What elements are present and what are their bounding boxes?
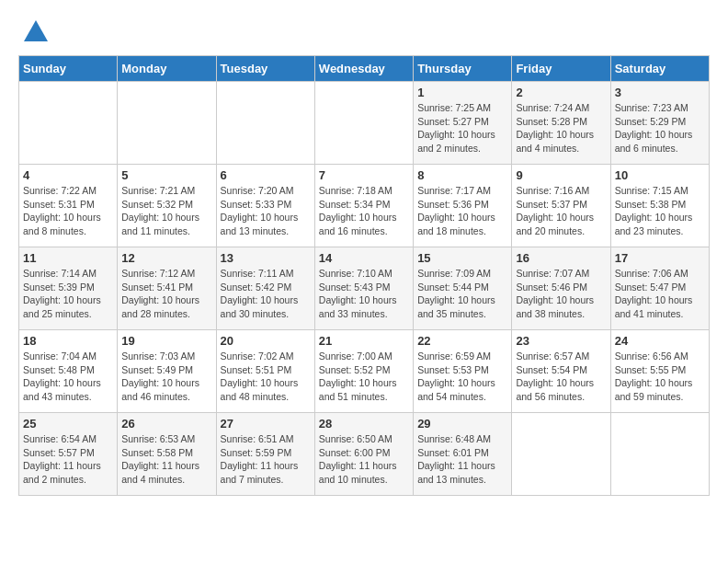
day-info: Sunrise: 7:18 AM Sunset: 5:34 PM Dayligh… (319, 184, 409, 238)
day-number: 12 (121, 251, 211, 265)
calendar-cell: 28Sunrise: 6:50 AM Sunset: 6:00 PM Dayli… (314, 413, 413, 496)
calendar-table: SundayMondayTuesdayWednesdayThursdayFrid… (18, 55, 710, 496)
day-info: Sunrise: 7:02 AM Sunset: 5:51 PM Dayligh… (221, 350, 311, 404)
day-info: Sunrise: 7:16 AM Sunset: 5:37 PM Dayligh… (516, 184, 606, 238)
weekday-header-tuesday: Tuesday (216, 56, 314, 82)
day-info: Sunrise: 7:10 AM Sunset: 5:43 PM Dayligh… (319, 267, 409, 321)
day-info: Sunrise: 6:53 AM Sunset: 5:58 PM Dayligh… (121, 432, 211, 487)
day-number: 29 (417, 417, 507, 431)
weekday-header-friday: Friday (512, 56, 610, 82)
day-number: 28 (319, 417, 409, 431)
calendar-cell: 8Sunrise: 7:17 AM Sunset: 5:36 PM Daylig… (414, 165, 512, 247)
day-info: Sunrise: 7:03 AM Sunset: 5:49 PM Dayligh… (121, 350, 211, 404)
calendar-cell: 6Sunrise: 7:20 AM Sunset: 5:33 PM Daylig… (216, 165, 314, 247)
day-number: 16 (516, 251, 606, 265)
calendar-cell: 3Sunrise: 7:23 AM Sunset: 5:29 PM Daylig… (610, 82, 709, 165)
day-number: 7 (319, 168, 409, 182)
day-number: 5 (121, 168, 211, 182)
day-number: 20 (221, 334, 311, 348)
calendar-week-row: 18Sunrise: 7:04 AM Sunset: 5:48 PM Dayli… (19, 330, 710, 413)
day-number: 17 (615, 251, 705, 265)
calendar-week-row: 25Sunrise: 6:54 AM Sunset: 5:57 PM Dayli… (19, 413, 710, 496)
calendar-week-row: 4Sunrise: 7:22 AM Sunset: 5:31 PM Daylig… (19, 165, 710, 247)
day-info: Sunrise: 6:48 AM Sunset: 6:01 PM Dayligh… (417, 432, 507, 487)
weekday-header-saturday: Saturday (610, 56, 709, 82)
day-info: Sunrise: 7:15 AM Sunset: 5:38 PM Dayligh… (615, 184, 705, 238)
calendar-cell: 29Sunrise: 6:48 AM Sunset: 6:01 PM Dayli… (414, 413, 512, 496)
day-info: Sunrise: 7:22 AM Sunset: 5:31 PM Dayligh… (23, 184, 113, 238)
day-number: 23 (516, 334, 606, 348)
calendar-cell (610, 413, 709, 496)
day-info: Sunrise: 7:07 AM Sunset: 5:46 PM Dayligh… (516, 267, 606, 321)
calendar-cell: 10Sunrise: 7:15 AM Sunset: 5:38 PM Dayli… (610, 165, 709, 247)
day-info: Sunrise: 6:51 AM Sunset: 5:59 PM Dayligh… (221, 432, 311, 487)
day-info: Sunrise: 7:11 AM Sunset: 5:42 PM Dayligh… (221, 267, 311, 321)
day-number: 3 (615, 86, 705, 99)
day-number: 21 (319, 334, 409, 348)
weekday-header-sunday: Sunday (19, 56, 118, 82)
calendar-cell: 7Sunrise: 7:18 AM Sunset: 5:34 PM Daylig… (314, 165, 413, 247)
day-info: Sunrise: 7:21 AM Sunset: 5:32 PM Dayligh… (121, 184, 211, 238)
calendar-cell: 22Sunrise: 6:59 AM Sunset: 5:53 PM Dayli… (414, 330, 512, 413)
calendar-cell: 4Sunrise: 7:22 AM Sunset: 5:31 PM Daylig… (19, 165, 118, 247)
calendar-cell: 12Sunrise: 7:12 AM Sunset: 5:41 PM Dayli… (118, 247, 216, 330)
weekday-header-thursday: Thursday (414, 56, 512, 82)
day-number: 26 (121, 417, 211, 431)
day-info: Sunrise: 7:25 AM Sunset: 5:27 PM Dayligh… (417, 101, 507, 155)
day-number: 24 (615, 334, 705, 348)
day-number: 22 (417, 334, 507, 348)
calendar-cell: 5Sunrise: 7:21 AM Sunset: 5:32 PM Daylig… (118, 165, 216, 247)
calendar-cell: 24Sunrise: 6:56 AM Sunset: 5:55 PM Dayli… (610, 330, 709, 413)
weekday-header-wednesday: Wednesday (314, 56, 413, 82)
day-info: Sunrise: 6:50 AM Sunset: 6:00 PM Dayligh… (319, 432, 409, 487)
day-number: 1 (417, 86, 507, 99)
day-info: Sunrise: 6:59 AM Sunset: 5:53 PM Dayligh… (417, 350, 507, 404)
calendar-cell: 16Sunrise: 7:07 AM Sunset: 5:46 PM Dayli… (512, 247, 610, 330)
day-number: 11 (23, 251, 113, 265)
day-number: 2 (516, 86, 606, 99)
day-number: 27 (221, 417, 311, 431)
calendar-cell: 19Sunrise: 7:03 AM Sunset: 5:49 PM Dayli… (118, 330, 216, 413)
day-info: Sunrise: 6:56 AM Sunset: 5:55 PM Dayligh… (615, 350, 705, 404)
calendar-cell (512, 413, 610, 496)
day-info: Sunrise: 7:06 AM Sunset: 5:47 PM Dayligh… (615, 267, 705, 321)
day-info: Sunrise: 7:20 AM Sunset: 5:33 PM Dayligh… (221, 184, 311, 238)
calendar-cell: 25Sunrise: 6:54 AM Sunset: 5:57 PM Dayli… (19, 413, 118, 496)
day-number: 19 (121, 334, 211, 348)
day-number: 25 (23, 417, 113, 431)
calendar-week-row: 1Sunrise: 7:25 AM Sunset: 5:27 PM Daylig… (19, 82, 710, 165)
day-number: 8 (417, 168, 507, 182)
calendar-cell: 15Sunrise: 7:09 AM Sunset: 5:44 PM Dayli… (414, 247, 512, 330)
svg-marker-0 (24, 20, 48, 41)
day-info: Sunrise: 7:04 AM Sunset: 5:48 PM Dayligh… (23, 350, 113, 404)
day-number: 14 (319, 251, 409, 265)
day-info: Sunrise: 7:14 AM Sunset: 5:39 PM Dayligh… (23, 267, 113, 321)
calendar-cell: 14Sunrise: 7:10 AM Sunset: 5:43 PM Dayli… (314, 247, 413, 330)
day-number: 6 (221, 168, 311, 182)
day-number: 18 (23, 334, 113, 348)
logo-icon (22, 18, 50, 46)
page-header (18, 18, 710, 46)
calendar-cell: 17Sunrise: 7:06 AM Sunset: 5:47 PM Dayli… (610, 247, 709, 330)
day-info: Sunrise: 7:17 AM Sunset: 5:36 PM Dayligh… (417, 184, 507, 238)
calendar-cell: 1Sunrise: 7:25 AM Sunset: 5:27 PM Daylig… (414, 82, 512, 165)
day-number: 10 (615, 168, 705, 182)
day-number: 15 (417, 251, 507, 265)
calendar-week-row: 11Sunrise: 7:14 AM Sunset: 5:39 PM Dayli… (19, 247, 710, 330)
calendar-cell (314, 82, 413, 165)
calendar-cell: 9Sunrise: 7:16 AM Sunset: 5:37 PM Daylig… (512, 165, 610, 247)
calendar-cell: 27Sunrise: 6:51 AM Sunset: 5:59 PM Dayli… (216, 413, 314, 496)
calendar-cell: 18Sunrise: 7:04 AM Sunset: 5:48 PM Dayli… (19, 330, 118, 413)
day-info: Sunrise: 7:23 AM Sunset: 5:29 PM Dayligh… (615, 101, 705, 155)
day-info: Sunrise: 7:00 AM Sunset: 5:52 PM Dayligh… (319, 350, 409, 404)
weekday-header-row: SundayMondayTuesdayWednesdayThursdayFrid… (19, 56, 710, 82)
day-number: 9 (516, 168, 606, 182)
day-info: Sunrise: 7:24 AM Sunset: 5:28 PM Dayligh… (516, 101, 606, 155)
calendar-cell: 26Sunrise: 6:53 AM Sunset: 5:58 PM Dayli… (118, 413, 216, 496)
day-info: Sunrise: 6:57 AM Sunset: 5:54 PM Dayligh… (516, 350, 606, 404)
calendar-cell: 11Sunrise: 7:14 AM Sunset: 5:39 PM Dayli… (19, 247, 118, 330)
weekday-header-monday: Monday (118, 56, 216, 82)
calendar-cell (19, 82, 118, 165)
calendar-cell: 23Sunrise: 6:57 AM Sunset: 5:54 PM Dayli… (512, 330, 610, 413)
calendar-cell: 13Sunrise: 7:11 AM Sunset: 5:42 PM Dayli… (216, 247, 314, 330)
